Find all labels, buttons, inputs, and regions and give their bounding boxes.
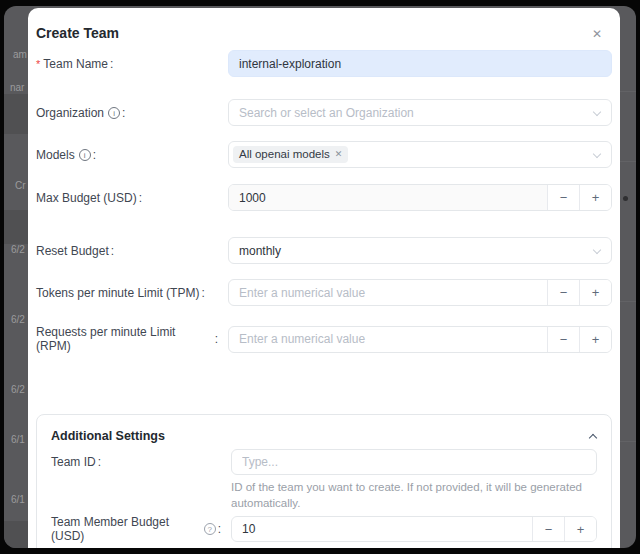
max-budget-row: Max Budget (USD) : − + xyxy=(36,184,612,211)
additional-settings-panel: Additional Settings Team ID : ID of the … xyxy=(36,414,612,548)
team-name-label: * Team Name : xyxy=(36,57,228,71)
additional-settings-header[interactable]: Additional Settings xyxy=(51,423,597,449)
team-id-row: Team ID : xyxy=(51,449,597,475)
required-mark: * xyxy=(36,57,40,71)
background-row-divider xyxy=(620,161,636,162)
info-icon[interactable]: i xyxy=(79,149,91,161)
info-icon[interactable]: i xyxy=(108,107,120,119)
decrement-button[interactable]: − xyxy=(532,517,564,541)
increment-button[interactable]: + xyxy=(564,517,596,541)
team-member-budget-stepper: − + xyxy=(231,516,597,542)
models-row: Models i : All openai models ✕ xyxy=(36,141,612,168)
reset-budget-label: Reset Budget : xyxy=(36,244,228,258)
dimmed-page-overlay: am nar Cr 6/2 6/2 6/2 6/1 6/1 Create Tea… xyxy=(4,6,636,548)
tpm-input[interactable] xyxy=(229,280,547,305)
rpm-label: Requests per minute Limit (RPM) : xyxy=(36,325,228,353)
background-text-fragment: nar xyxy=(10,82,24,93)
additional-settings-title: Additional Settings xyxy=(51,429,165,443)
tpm-row: Tokens per minute Limit (TPM) : − + xyxy=(36,279,612,306)
decrement-button[interactable]: − xyxy=(547,185,579,210)
tpm-label: Tokens per minute Limit (TPM) : xyxy=(36,286,228,300)
team-id-label: Team ID : xyxy=(51,455,231,469)
modal-title: Create Team xyxy=(36,24,612,42)
background-row-band xyxy=(4,521,30,548)
team-member-budget-row: Team Member Budget (USD) ? : − + xyxy=(51,515,597,543)
background-text-fragment: 6/2 xyxy=(11,244,25,255)
max-budget-label: Max Budget (USD) : xyxy=(36,191,228,205)
decrement-button[interactable]: − xyxy=(547,280,579,305)
team-name-input[interactable] xyxy=(228,50,612,77)
increment-button[interactable]: + xyxy=(579,280,611,305)
rpm-stepper: − + xyxy=(228,326,612,353)
background-text-fragment: 6/2 xyxy=(11,314,25,325)
tag-remove-icon[interactable]: ✕ xyxy=(335,150,343,159)
background-row-divider xyxy=(620,301,636,302)
increment-button[interactable]: + xyxy=(579,327,611,352)
chevron-down-icon xyxy=(594,108,601,115)
background-text-fragment: 6/1 xyxy=(11,434,25,445)
tpm-stepper: − + xyxy=(228,279,612,306)
team-member-budget-label: Team Member Budget (USD) ? : xyxy=(51,515,231,543)
model-tag: All openai models ✕ xyxy=(233,146,348,163)
reset-budget-select[interactable]: monthly xyxy=(228,237,612,264)
increment-button[interactable]: + xyxy=(579,185,611,210)
organization-select[interactable]: Search or select an Organization xyxy=(228,99,612,126)
chevron-down-icon xyxy=(594,150,601,157)
models-select[interactable]: All openai models ✕ xyxy=(228,141,612,168)
close-icon[interactable]: ✕ xyxy=(592,28,602,40)
max-budget-stepper: − + xyxy=(228,184,612,211)
team-name-row: * Team Name : xyxy=(36,50,612,77)
background-scroll-dot xyxy=(623,196,628,201)
team-id-input[interactable] xyxy=(231,449,597,475)
background-text-fragment: Cr xyxy=(15,180,26,191)
rpm-input[interactable] xyxy=(229,327,547,352)
question-icon[interactable]: ? xyxy=(204,523,216,535)
background-text-fragment: am xyxy=(13,49,27,60)
rpm-row: Requests per minute Limit (RPM) : − + xyxy=(36,325,612,353)
background-row-divider xyxy=(620,441,636,442)
team-member-budget-input[interactable] xyxy=(232,517,532,541)
organization-row: Organization i : Search or select an Org… xyxy=(36,99,612,126)
background-row-band xyxy=(4,210,30,244)
organization-label: Organization i : xyxy=(36,106,228,120)
background-text-fragment: 6/1 xyxy=(11,494,25,505)
reset-budget-value: monthly xyxy=(239,244,281,258)
models-label: Models i : xyxy=(36,148,228,162)
decrement-button[interactable]: − xyxy=(547,327,579,352)
background-row-band xyxy=(4,94,30,134)
team-id-help-text: ID of the team you want to create. If no… xyxy=(231,479,595,511)
chevron-up-icon[interactable] xyxy=(589,432,597,440)
reset-budget-row: Reset Budget : monthly xyxy=(36,237,612,264)
create-team-modal: Create Team ✕ * Team Name : Organization… xyxy=(28,8,620,548)
max-budget-input[interactable] xyxy=(229,185,547,210)
organization-placeholder: Search or select an Organization xyxy=(239,106,414,120)
chevron-down-icon xyxy=(594,246,601,253)
background-row-divider xyxy=(620,91,636,92)
background-text-fragment: 6/2 xyxy=(11,384,25,395)
